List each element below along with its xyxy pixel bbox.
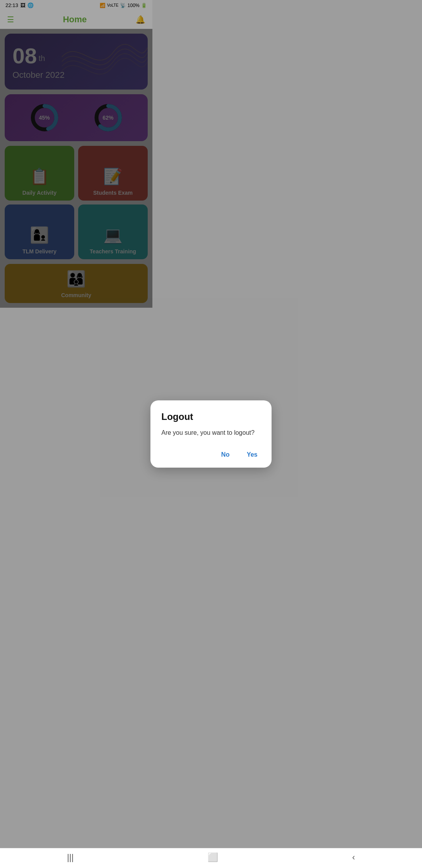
dialog-overlay: Logout Are you sure, you want to logout?… bbox=[0, 0, 152, 313]
